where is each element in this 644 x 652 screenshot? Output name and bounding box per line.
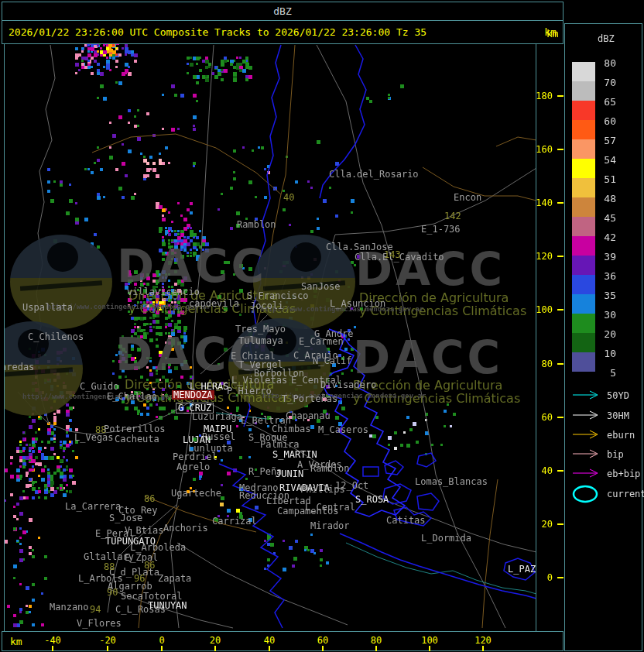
legend-label: bip [607, 449, 624, 460]
range-tick-label: 180 [523, 91, 553, 101]
range-tick-label: 40 [523, 465, 553, 476]
map-label: Clla.SanJose [326, 242, 393, 252]
colorscale-swatch [572, 178, 595, 197]
dacc-logo-slit [20, 281, 102, 291]
map-label: Uspallata [22, 303, 73, 312]
map-label: Campamentos [277, 506, 338, 516]
range-tick [557, 577, 564, 578]
legend-label: current [607, 489, 644, 499]
map-label: Encon [454, 193, 481, 202]
range-tick [557, 202, 564, 204]
map-label: villavicencio [127, 287, 200, 297]
range-tick [557, 309, 564, 311]
range-tick [557, 417, 564, 418]
map-label: S_ROSA [355, 495, 389, 504]
map-label: M_Caseros [318, 425, 368, 434]
timestamp-text: 2026/01/22 23:26:00 UTC Composite Tracks… [9, 26, 426, 38]
map-label: V_Btias [125, 526, 164, 535]
map-label: JUNIN [276, 469, 303, 479]
range-tick-label: 100 [523, 304, 553, 315]
colorscale-value: 51 [596, 173, 616, 185]
dacc-watermark-text: DACC [353, 338, 503, 377]
colorscale-value: 39 [596, 251, 616, 263]
track-arrow-icon [571, 429, 605, 440]
colorscale-value: 57 [596, 135, 616, 146]
map-label: C_Chilenos [28, 332, 84, 341]
range-tick-label: 140 [523, 197, 553, 208]
colorscale-swatch [572, 333, 595, 352]
range-axis-unit: km [546, 28, 559, 39]
map-label: Catitas [386, 516, 426, 525]
legend-label: eb+bip [607, 468, 640, 479]
map-label: E_Challao [107, 392, 157, 401]
radar-map[interactable]: DACCDACCDACCDACCDirección de Agricultura… [4, 43, 536, 632]
legend-label: 30HM [607, 410, 629, 421]
range-tick [557, 523, 564, 525]
map-label: N_Calif [313, 356, 352, 365]
top-title: dBZ [2, 5, 563, 17]
map-label: L_Arboleda [130, 543, 186, 552]
colorscale-swatch [572, 120, 595, 139]
map-label: S_Jose [109, 513, 142, 523]
colorscale-swatch [572, 352, 595, 372]
range-tick [482, 646, 484, 651]
map-label: 86 [144, 561, 155, 570]
map-label: C_Guido [80, 382, 119, 391]
colorscale-swatch [572, 139, 595, 159]
map-label: Cacheuta [115, 434, 159, 444]
map-label: Perdriel [173, 452, 218, 462]
map-label: 88 [104, 562, 115, 571]
colorscale-value: 42 [596, 232, 616, 243]
colorscale-value: 70 [596, 77, 616, 88]
track-arrow-icon [571, 389, 605, 400]
bottom-axis-unit: km [10, 636, 22, 647]
map-label: S_Francisco [247, 291, 308, 300]
map-label: P_Hierro [227, 386, 272, 396]
range-axis-horizontal: km -40-20020406080100120 [2, 631, 564, 651]
range-tick-label: 0 [159, 635, 164, 646]
map-label: T_Porteñas [282, 394, 337, 403]
map-label: capdevila [189, 299, 239, 308]
legend-label: eburn [607, 430, 635, 441]
map-label: 142 [444, 211, 461, 221]
range-tick-label: 40 [264, 635, 275, 646]
range-tick-label: 80 [523, 359, 553, 369]
range-tick-label: 20 [523, 519, 553, 530]
map-label: aredas [4, 362, 34, 372]
map-label: 86 [144, 494, 155, 503]
dacc-watermark-text: DACC [117, 247, 267, 286]
map-label: Lomas_Blancas [415, 477, 488, 486]
colorscale-swatch [572, 314, 595, 333]
map-label: 12_Oct [335, 481, 368, 490]
colorscale-value: 80 [596, 57, 616, 69]
colorscale-swatch [572, 256, 595, 275]
colorscale-swatch [572, 62, 595, 81]
map-label: 90 [107, 588, 118, 597]
map-label: Divisadero [320, 380, 376, 389]
colorscale-swatch [572, 275, 595, 294]
map-label: Ugarteche [171, 489, 221, 498]
map-label: L_Asuncion [330, 299, 385, 308]
colorscale-swatch [572, 217, 595, 236]
colorscale-value: 20 [596, 328, 616, 340]
map-label: 94 [90, 605, 101, 614]
range-tick [557, 149, 564, 150]
range-tick-label: 0 [523, 572, 553, 583]
colorscale-value: 54 [596, 154, 616, 166]
colorscale-value: 65 [596, 96, 616, 108]
colorscale-swatch [572, 101, 595, 120]
range-tick-label: 80 [371, 635, 382, 646]
map-label: 143 [384, 250, 401, 259]
range-tick-label: 120 [523, 251, 553, 262]
range-tick [322, 646, 324, 651]
range-tick [429, 646, 430, 651]
range-tick-label: 20 [210, 635, 221, 646]
colorscale-value: 36 [596, 270, 616, 282]
colorscale-value: 45 [596, 212, 616, 224]
map-label: E_Carmen [299, 337, 344, 346]
colorscale-panel: dBZ 807065605754514845423936353020105 50… [564, 23, 642, 651]
range-tick-label: -20 [99, 635, 116, 646]
map-label: Chapanau [286, 411, 331, 420]
range-tick [214, 646, 216, 651]
colorscale-value: 30 [596, 309, 616, 321]
